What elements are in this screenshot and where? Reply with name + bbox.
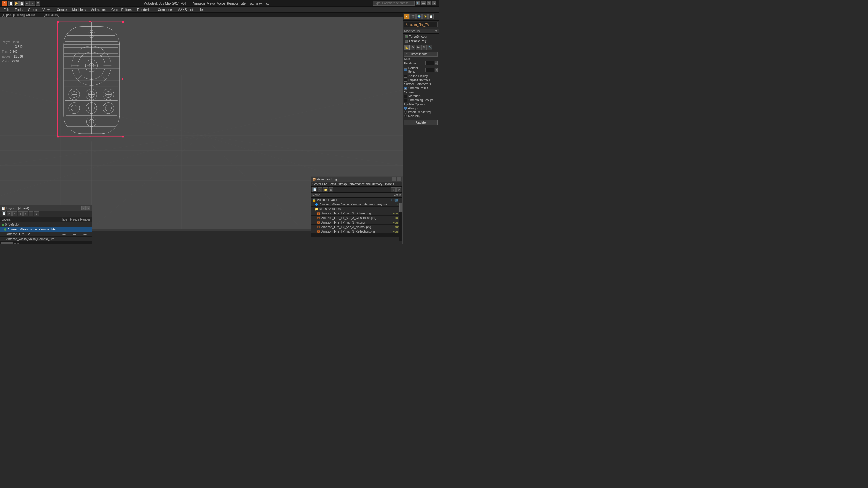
close-btn[interactable]: × [432, 1, 436, 5]
layer-scroll-bar[interactable]: ◄ ► [0, 241, 92, 244]
layer-find-btn[interactable]: ↑ [23, 212, 28, 216]
asset-add-btn[interactable]: 📄 [312, 187, 317, 192]
render-iters-checkbox[interactable]: ✓ [404, 68, 407, 71]
tab-utilities[interactable]: 🔧 [427, 44, 433, 50]
update-button[interactable]: Update [404, 120, 438, 125]
render-iters-input[interactable] [425, 68, 434, 72]
render-iters-spin-down[interactable]: ▼ [435, 70, 438, 72]
asset-help-btn[interactable]: ? [391, 187, 396, 192]
always-radio[interactable] [404, 107, 407, 110]
smooth-result-checkbox[interactable]: ✓ [404, 87, 407, 90]
when-rendering-radio[interactable] [404, 111, 407, 113]
layer-row-remote-lite[interactable]: Amazon_Alexa_Voice_Remote_Lite — — — [0, 237, 92, 241]
menu-compose[interactable]: Compose [156, 7, 175, 12]
maximize-btn[interactable]: □ [427, 1, 431, 5]
asset-row-normal[interactable]: 🖼Amazon_Fire_TV_var_3_Normal.png Found [311, 225, 402, 229]
layer-render-remote[interactable]: — [80, 228, 90, 231]
layer-add-btn[interactable]: 📄 [1, 212, 6, 216]
menu-tools[interactable]: Tools [12, 7, 25, 12]
minimize-btn[interactable]: — [421, 1, 426, 5]
layer-collapse-btn[interactable]: ↓ [29, 212, 33, 216]
save-file-btn[interactable]: 💾 [19, 1, 24, 6]
layer-freeze-fire-tv[interactable]: — [69, 233, 80, 236]
undo-btn[interactable]: ↩ [25, 1, 30, 6]
explicit-normals-checkbox[interactable] [404, 78, 407, 82]
layer-row-fire-tv[interactable]: Amazon_Fire_TV — — — [0, 232, 92, 237]
asset-row-diffuse[interactable]: 🖼Amazon_Fire_TV_var_3_Diffuse.png Found [311, 211, 402, 216]
menu-maxscript[interactable]: MAXScript [175, 7, 195, 12]
layer-delete-btn[interactable]: ✕ [7, 212, 12, 216]
layer-render-fire-tv[interactable]: — [80, 233, 90, 236]
redo-btn[interactable]: ↪ [30, 1, 35, 6]
layer-select-btn[interactable]: ◈ [18, 212, 23, 216]
modifier-editable-poly-checkbox[interactable]: ✓ [405, 40, 408, 43]
search-btn[interactable]: 🔍 [416, 1, 420, 5]
tab-modify[interactable]: 📐 [404, 44, 410, 50]
layer-expand-btn[interactable]: ⊕ [34, 212, 39, 216]
asset-vscroll-thumb[interactable] [399, 203, 402, 212]
layer-freeze-default[interactable]: — [69, 223, 80, 226]
tab-hierarchy[interactable]: ⚙ [410, 44, 415, 50]
turbosmooth-section-header[interactable]: ▼ TurboSmooth [404, 52, 438, 57]
menu-help[interactable]: Help [196, 7, 208, 12]
layer-scroll-thumb[interactable] [1, 242, 13, 244]
modifier-turbosmooth[interactable]: ✓ TurboSmooth [404, 34, 438, 39]
render-iters-spin-up[interactable]: ▲ [435, 68, 438, 70]
layer-add-selected-btn[interactable]: + [12, 212, 17, 216]
render-msg-icon[interactable]: 📋 [428, 14, 434, 19]
menu-edit[interactable]: Edit [1, 7, 12, 12]
color-icon[interactable]: ● [404, 14, 410, 19]
isoline-display-checkbox[interactable] [404, 75, 407, 78]
effects-icon[interactable]: ✨ [422, 14, 428, 19]
asset-close-btn[interactable]: × [397, 177, 401, 181]
asset-menu-server[interactable]: Server [312, 183, 321, 186]
env-icon[interactable]: 🌍 [416, 14, 422, 19]
render-setup-icon[interactable]: 🎬 [410, 14, 415, 19]
layer-hide-remote[interactable]: — [59, 228, 69, 231]
menu-rendering[interactable]: Rendering [135, 7, 155, 12]
asset-row-maps-folder[interactable]: 📁Maps / Shaders [311, 207, 402, 211]
asset-delete-btn[interactable]: ✕ [318, 187, 322, 192]
asset-row-vault[interactable]: 🔒Autodesk Vault Logged [311, 198, 402, 202]
asset-minimize-btn[interactable]: — [392, 177, 396, 181]
search-input[interactable] [373, 1, 415, 6]
iterations-spin-up[interactable]: ▲ [435, 61, 438, 63]
smoothing-groups-checkbox[interactable] [404, 99, 407, 102]
menu-group[interactable]: Group [26, 7, 40, 12]
asset-menu-file[interactable]: File [322, 183, 327, 186]
asset-row-ior[interactable]: 🖼Amazon_Fire_TV_var_3_ior.png Found [311, 220, 402, 225]
asset-row-reflection[interactable]: 🖼Amazon_Fire_TV_var_3_Reflection.png Fou… [311, 229, 402, 234]
tab-display[interactable]: 👁 [421, 44, 427, 50]
modifier-list-dropdown-icon[interactable]: ▼ [435, 30, 438, 33]
layer-hide-remote-lite[interactable]: — [59, 237, 69, 241]
materials-checkbox[interactable] [404, 95, 407, 98]
layer-freeze-remote[interactable]: — [69, 228, 80, 231]
modifier-editable-poly[interactable]: ✓ Editable Poly [404, 39, 438, 43]
asset-scroll-bar[interactable] [311, 234, 402, 237]
asset-menu-options[interactable]: Options [384, 183, 394, 186]
asset-menu-paths[interactable]: Paths [329, 183, 336, 186]
tab-motion[interactable]: ▶ [415, 44, 421, 50]
asset-row-glossiness[interactable]: 🖼Amazon_Fire_TV_var_3_Glossiness.png Fou… [311, 216, 402, 220]
manually-radio[interactable] [404, 115, 407, 118]
menu-modifiers[interactable]: Modifiers [70, 7, 88, 12]
new-file-btn[interactable]: 📄 [8, 1, 13, 6]
asset-table-btn[interactable]: ▦ [329, 187, 333, 192]
settings-btn[interactable]: ⚙ [36, 1, 40, 6]
object-name-field[interactable] [404, 22, 438, 27]
iterations-spin-down[interactable]: ▼ [435, 63, 438, 65]
layer-render-remote-lite[interactable]: — [80, 237, 90, 241]
asset-folder-btn[interactable]: 📁 [323, 187, 328, 192]
layer-row-default[interactable]: 0 (default) — — — [0, 222, 92, 227]
iterations-input[interactable] [425, 61, 434, 65]
asset-refresh-btn[interactable]: ↻ [396, 187, 401, 192]
menu-animation[interactable]: Animation [89, 7, 108, 12]
menu-create[interactable]: Create [54, 7, 69, 12]
menu-views[interactable]: Views [40, 7, 54, 12]
layer-close-btn[interactable]: × [86, 206, 90, 210]
modifier-turbosmooth-checkbox[interactable]: ✓ [405, 35, 408, 38]
layer-hide-fire-tv[interactable]: — [59, 233, 69, 236]
layer-freeze-remote-lite[interactable]: — [69, 237, 80, 241]
layer-help-btn[interactable]: ? [82, 206, 86, 210]
open-file-btn[interactable]: 📂 [14, 1, 19, 6]
